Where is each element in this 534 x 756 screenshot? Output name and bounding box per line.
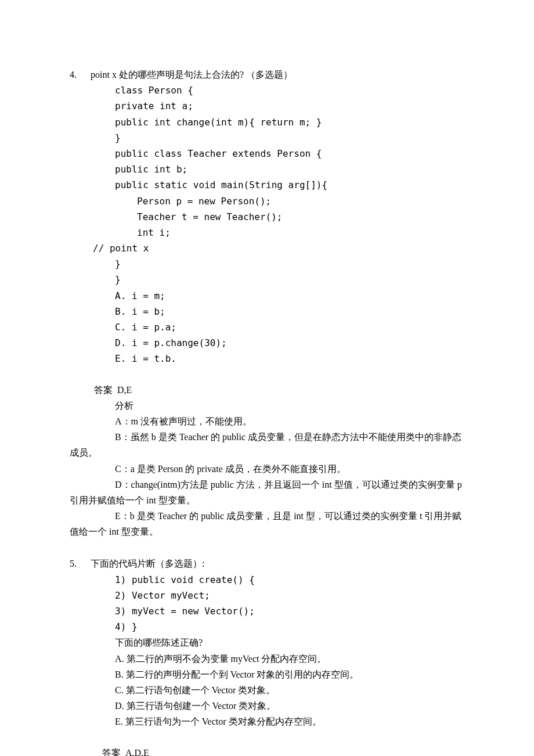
q5-answer: 答案 A,D,E xyxy=(102,745,464,757)
q4-option-a: A. i = m; xyxy=(115,288,464,304)
q4-option-b: B. i = b; xyxy=(115,304,464,319)
q4-code-l4: } xyxy=(115,130,464,146)
q4-analysis-d: D：change(intm)方法是 public 方法，并且返回一个 int 型… xyxy=(70,477,464,508)
q4-code-l11: // point x xyxy=(93,240,464,256)
q4-analysis-heading: 分析 xyxy=(115,398,464,413)
q5-prompt: 下面的代码片断（多选题）: xyxy=(91,556,464,571)
q5-code-l3: 3) myVect = new Vector(); xyxy=(115,603,464,619)
q4-code-l10: int i; xyxy=(137,225,464,240)
q5-option-c: C. 第二行语句创建一个 Vector 类对象。 xyxy=(115,682,464,698)
q4-option-d: D. i = p.change(30); xyxy=(115,335,464,351)
q5-code-l4: 4) } xyxy=(115,619,464,635)
q4-code-l7: public static void main(String arg[]){ xyxy=(115,177,464,193)
q4-prompt: point x 处的哪些声明是句法上合法的? （多选题） xyxy=(91,67,464,82)
q4-option-e: E. i = t.b. xyxy=(115,351,464,366)
q5-option-e: E. 第三行语句为一个 Vector 类对象分配内存空间。 xyxy=(115,714,464,729)
q5-header: 5. 下面的代码片断（多选题）: xyxy=(70,556,464,571)
q4-header: 4. point x 处的哪些声明是句法上合法的? （多选题） xyxy=(70,67,464,82)
q5-answer-value: A,D,E xyxy=(125,748,149,757)
q4-code-l13: } xyxy=(115,272,464,287)
q5-option-b: B. 第二行的声明分配一个到 Vector 对象的引用的内存空间。 xyxy=(115,667,464,682)
q4-answer-label: 答案 xyxy=(94,385,113,395)
question-4: 4. point x 处的哪些声明是句法上合法的? （多选题） class Pe… xyxy=(70,67,464,539)
q4-code-l8: Person p = new Person(); xyxy=(137,193,464,209)
q4-code-l6: public int b; xyxy=(115,161,464,177)
q4-code-l9: Teacher t = new Teacher(); xyxy=(137,209,464,225)
q4-answer-value: D,E xyxy=(117,385,132,395)
q4-analysis-b: B：虽然 b 是类 Teacher 的 public 成员变量，但是在静态方法中… xyxy=(70,429,464,460)
q4-analysis-c: C：a 是类 Person 的 private 成员，在类外不能直接引用。 xyxy=(115,461,464,477)
q4-number: 4. xyxy=(70,67,91,82)
q4-option-c: C. i = p.a; xyxy=(115,319,464,335)
q4-code-l1: class Person { xyxy=(115,82,464,98)
q4-code-l2: private int a; xyxy=(115,98,464,114)
q4-code-l12: } xyxy=(115,256,464,272)
q5-option-d: D. 第三行语句创建一个 Vector 类对象。 xyxy=(115,698,464,714)
q5-code-l1: 1) public void create() { xyxy=(115,572,464,588)
q4-answer: 答案 D,E xyxy=(94,382,464,398)
q4-code-l3: public int change(int m){ return m; } xyxy=(115,114,464,130)
q5-number: 5. xyxy=(70,556,91,571)
q4-analysis-a: A：m 没有被声明过，不能使用。 xyxy=(115,413,464,429)
q5-answer-label: 答案 xyxy=(102,748,121,757)
q4-code-l5: public class Teacher extends Person { xyxy=(115,146,464,161)
q4-analysis-e: E：b 是类 Teacher 的 public 成员变量，且是 int 型，可以… xyxy=(70,508,464,539)
q5-option-a: A. 第二行的声明不会为变量 myVect 分配内存空间。 xyxy=(115,651,464,667)
q5-code-l2: 2) Vector myVect; xyxy=(115,588,464,603)
question-5: 5. 下面的代码片断（多选题）: 1) public void create()… xyxy=(70,556,464,756)
q5-subprompt: 下面的哪些陈述正确? xyxy=(115,635,464,650)
